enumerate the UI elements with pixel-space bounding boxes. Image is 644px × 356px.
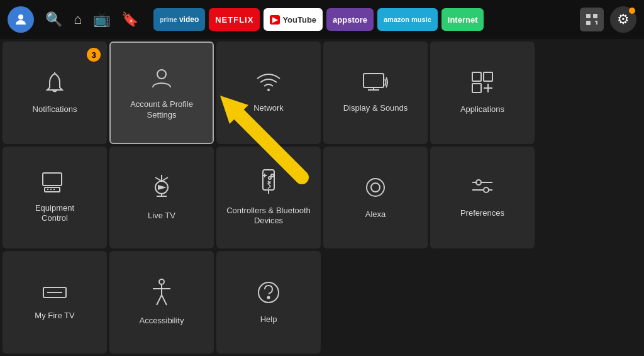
my-fire-tv-icon [42,284,67,304]
empty-cell-1 [537,42,641,144]
tv-icon[interactable]: 📺 [93,11,110,28]
svg-rect-20 [45,187,60,192]
tile-applications[interactable]: Applications [430,42,535,144]
svg-line-47 [157,295,162,305]
tile-accessibility[interactable]: Accessibility [109,251,214,353]
tile-alexa[interactable]: Alexa [323,147,428,249]
bookmark-icon[interactable]: 🔖 [121,11,138,28]
preferences-icon [470,176,495,202]
topbar: 🔍 ⌂ 📺 🔖 prime video NETFLIX ▶ YouTube ap… [0,0,644,39]
empty-cell-2 [537,147,641,249]
help-icon [256,280,281,308]
svg-point-31 [271,174,274,177]
live-tv-label: Live TV [148,211,175,221]
svg-rect-2 [593,14,597,18]
empty-cell-4 [430,251,535,353]
svg-rect-14 [472,72,481,81]
alexa-label: Alexa [365,209,386,220]
network-label: Network [253,103,284,114]
internet-app[interactable]: internet [441,8,484,31]
display-sounds-icon [362,71,389,97]
empty-cell-5 [537,251,641,353]
svg-point-10 [157,70,166,79]
amazonmusic-app[interactable]: amazon music [377,8,438,31]
svg-point-39 [476,180,481,185]
svg-rect-19 [43,173,62,186]
svg-rect-28 [263,170,274,190]
applications-icon [470,70,495,98]
svg-rect-5 [596,22,597,25]
controllers-bluetooth-label: Controllers & BluetoothDevices [226,206,311,227]
settings-wrapper: 3 Notifications Account & ProfileSetting… [0,39,644,356]
controllers-bluetooth-icon [259,169,278,199]
tile-notifications[interactable]: 3 Notifications [3,42,107,144]
notification-dot [629,8,635,14]
svg-rect-3 [586,21,591,25]
appstore-app[interactable]: appstore [326,8,374,31]
svg-point-36 [367,179,384,196]
alexa-icon [363,175,388,203]
svg-point-41 [484,187,489,192]
svg-rect-15 [484,72,492,81]
tile-preferences[interactable]: Preferences [430,147,535,249]
notifications-icon [42,70,67,98]
netflix-app[interactable]: NETFLIX [209,8,260,31]
notifications-label: Notifications [33,104,77,115]
youtube-app[interactable]: ▶ YouTube [264,8,323,31]
svg-line-48 [162,295,167,305]
settings-gear-button[interactable]: ⚙ [610,6,636,33]
empty-cell-3 [323,251,428,353]
avatar[interactable] [8,6,34,33]
tile-help[interactable]: Help [216,251,321,353]
tile-display-sounds[interactable]: Display & Sounds [323,42,428,144]
live-tv-icon [149,174,174,204]
account-profile-label: Account & ProfileSettings [130,99,193,121]
help-label: Help [260,314,277,325]
svg-rect-1 [586,14,591,18]
svg-point-0 [18,14,23,19]
applications-label: Applications [460,104,504,115]
equipment-control-label: EquipmentControl [35,203,74,225]
settings-grid: 3 Notifications Account & ProfileSetting… [0,39,644,356]
topbar-right: ⚙ [580,6,636,33]
svg-point-50 [268,296,270,298]
svg-rect-11 [364,74,384,87]
tile-my-fire-tv[interactable]: My Fire TV [3,251,107,353]
search-icon[interactable]: 🔍 [45,11,62,28]
notification-badge: 3 [87,48,101,62]
accessibility-icon [150,279,173,309]
svg-rect-4 [595,21,597,22]
topbar-apps: prime video NETFLIX ▶ YouTube appstore a… [153,8,575,31]
preferences-label: Preferences [460,208,504,219]
tile-network[interactable]: Network [216,42,321,144]
tile-account-profile[interactable]: Account & ProfileSettings [109,42,214,144]
account-profile-icon [149,65,174,93]
svg-point-32 [269,177,271,179]
display-sounds-label: Display & Sounds [343,103,408,114]
my-fire-tv-label: My Fire TV [35,311,74,321]
grid-button[interactable] [580,8,604,31]
tile-live-tv[interactable]: Live TV [109,147,214,249]
network-icon [256,71,281,97]
svg-point-37 [371,183,380,192]
home-icon[interactable]: ⌂ [74,11,82,28]
equipment-control-icon [41,171,69,197]
svg-point-44 [159,279,164,284]
accessibility-label: Accessibility [140,316,184,326]
topbar-left: 🔍 ⌂ 📺 🔖 [8,6,138,33]
tile-equipment-control[interactable]: EquipmentControl [3,147,107,249]
primevideo-app[interactable]: prime video [153,8,205,31]
tile-controllers-bluetooth[interactable]: Controllers & BluetoothDevices [216,147,321,249]
svg-rect-16 [472,84,481,92]
